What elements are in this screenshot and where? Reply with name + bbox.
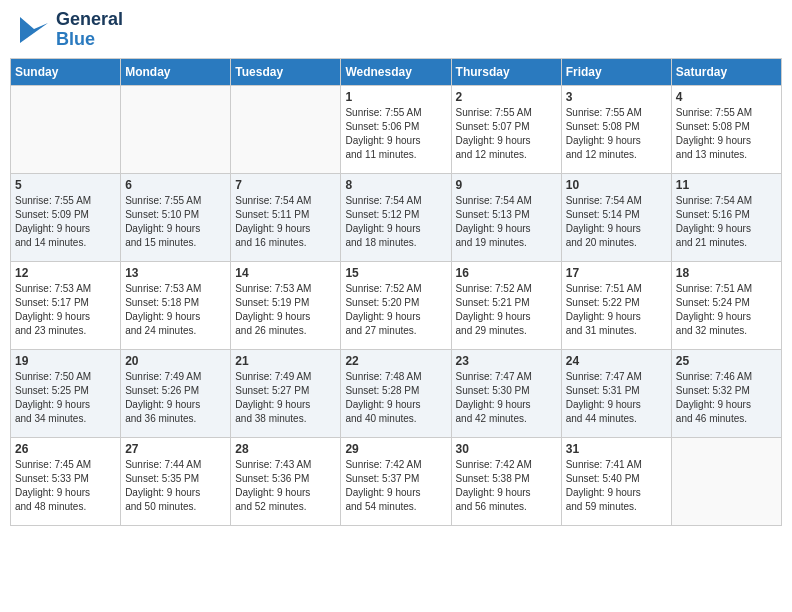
day-info: Sunrise: 7:44 AM Sunset: 5:35 PM Dayligh… — [125, 458, 226, 514]
day-number: 14 — [235, 266, 336, 280]
day-info: Sunrise: 7:47 AM Sunset: 5:30 PM Dayligh… — [456, 370, 557, 426]
day-number: 29 — [345, 442, 446, 456]
day-number: 17 — [566, 266, 667, 280]
calendar-cell: 5Sunrise: 7:55 AM Sunset: 5:09 PM Daylig… — [11, 173, 121, 261]
calendar-cell: 18Sunrise: 7:51 AM Sunset: 5:24 PM Dayli… — [671, 261, 781, 349]
calendar-cell: 9Sunrise: 7:54 AM Sunset: 5:13 PM Daylig… — [451, 173, 561, 261]
calendar-cell: 27Sunrise: 7:44 AM Sunset: 5:35 PM Dayli… — [121, 437, 231, 525]
day-info: Sunrise: 7:43 AM Sunset: 5:36 PM Dayligh… — [235, 458, 336, 514]
day-number: 27 — [125, 442, 226, 456]
day-number: 19 — [15, 354, 116, 368]
day-number: 3 — [566, 90, 667, 104]
day-number: 2 — [456, 90, 557, 104]
day-info: Sunrise: 7:53 AM Sunset: 5:17 PM Dayligh… — [15, 282, 116, 338]
day-number: 28 — [235, 442, 336, 456]
calendar-cell: 21Sunrise: 7:49 AM Sunset: 5:27 PM Dayli… — [231, 349, 341, 437]
day-info: Sunrise: 7:54 AM Sunset: 5:16 PM Dayligh… — [676, 194, 777, 250]
calendar-cell: 30Sunrise: 7:42 AM Sunset: 5:38 PM Dayli… — [451, 437, 561, 525]
day-number: 21 — [235, 354, 336, 368]
day-number: 30 — [456, 442, 557, 456]
day-info: Sunrise: 7:54 AM Sunset: 5:12 PM Dayligh… — [345, 194, 446, 250]
day-number: 16 — [456, 266, 557, 280]
calendar-cell: 2Sunrise: 7:55 AM Sunset: 5:07 PM Daylig… — [451, 85, 561, 173]
logo: General Blue — [14, 10, 123, 50]
day-number: 11 — [676, 178, 777, 192]
day-info: Sunrise: 7:49 AM Sunset: 5:26 PM Dayligh… — [125, 370, 226, 426]
day-info: Sunrise: 7:41 AM Sunset: 5:40 PM Dayligh… — [566, 458, 667, 514]
logo-text: General Blue — [56, 10, 123, 50]
calendar-cell: 13Sunrise: 7:53 AM Sunset: 5:18 PM Dayli… — [121, 261, 231, 349]
day-info: Sunrise: 7:55 AM Sunset: 5:08 PM Dayligh… — [676, 106, 777, 162]
day-number: 9 — [456, 178, 557, 192]
day-info: Sunrise: 7:55 AM Sunset: 5:10 PM Dayligh… — [125, 194, 226, 250]
day-info: Sunrise: 7:47 AM Sunset: 5:31 PM Dayligh… — [566, 370, 667, 426]
calendar-cell: 26Sunrise: 7:45 AM Sunset: 5:33 PM Dayli… — [11, 437, 121, 525]
calendar-cell: 23Sunrise: 7:47 AM Sunset: 5:30 PM Dayli… — [451, 349, 561, 437]
day-number: 12 — [15, 266, 116, 280]
day-info: Sunrise: 7:48 AM Sunset: 5:28 PM Dayligh… — [345, 370, 446, 426]
day-header-monday: Monday — [121, 58, 231, 85]
day-header-thursday: Thursday — [451, 58, 561, 85]
day-number: 23 — [456, 354, 557, 368]
calendar-cell: 29Sunrise: 7:42 AM Sunset: 5:37 PM Dayli… — [341, 437, 451, 525]
calendar-cell: 25Sunrise: 7:46 AM Sunset: 5:32 PM Dayli… — [671, 349, 781, 437]
day-number: 5 — [15, 178, 116, 192]
calendar-cell: 15Sunrise: 7:52 AM Sunset: 5:20 PM Dayli… — [341, 261, 451, 349]
day-info: Sunrise: 7:51 AM Sunset: 5:22 PM Dayligh… — [566, 282, 667, 338]
calendar-cell: 1Sunrise: 7:55 AM Sunset: 5:06 PM Daylig… — [341, 85, 451, 173]
day-number: 26 — [15, 442, 116, 456]
calendar-cell — [11, 85, 121, 173]
calendar-week-1: 1Sunrise: 7:55 AM Sunset: 5:06 PM Daylig… — [11, 85, 782, 173]
calendar-cell — [231, 85, 341, 173]
calendar-cell: 10Sunrise: 7:54 AM Sunset: 5:14 PM Dayli… — [561, 173, 671, 261]
day-info: Sunrise: 7:54 AM Sunset: 5:11 PM Dayligh… — [235, 194, 336, 250]
calendar-cell — [671, 437, 781, 525]
calendar-table: SundayMondayTuesdayWednesdayThursdayFrid… — [10, 58, 782, 526]
day-number: 31 — [566, 442, 667, 456]
day-number: 6 — [125, 178, 226, 192]
day-info: Sunrise: 7:54 AM Sunset: 5:14 PM Dayligh… — [566, 194, 667, 250]
day-number: 20 — [125, 354, 226, 368]
day-info: Sunrise: 7:52 AM Sunset: 5:21 PM Dayligh… — [456, 282, 557, 338]
day-header-tuesday: Tuesday — [231, 58, 341, 85]
day-number: 13 — [125, 266, 226, 280]
day-number: 18 — [676, 266, 777, 280]
calendar-week-5: 26Sunrise: 7:45 AM Sunset: 5:33 PM Dayli… — [11, 437, 782, 525]
day-header-friday: Friday — [561, 58, 671, 85]
day-info: Sunrise: 7:46 AM Sunset: 5:32 PM Dayligh… — [676, 370, 777, 426]
day-number: 7 — [235, 178, 336, 192]
day-number: 24 — [566, 354, 667, 368]
day-number: 22 — [345, 354, 446, 368]
day-info: Sunrise: 7:42 AM Sunset: 5:38 PM Dayligh… — [456, 458, 557, 514]
day-header-sunday: Sunday — [11, 58, 121, 85]
day-info: Sunrise: 7:53 AM Sunset: 5:18 PM Dayligh… — [125, 282, 226, 338]
calendar-cell: 31Sunrise: 7:41 AM Sunset: 5:40 PM Dayli… — [561, 437, 671, 525]
calendar-cell: 3Sunrise: 7:55 AM Sunset: 5:08 PM Daylig… — [561, 85, 671, 173]
calendar-week-3: 12Sunrise: 7:53 AM Sunset: 5:17 PM Dayli… — [11, 261, 782, 349]
day-info: Sunrise: 7:55 AM Sunset: 5:08 PM Dayligh… — [566, 106, 667, 162]
calendar-cell: 20Sunrise: 7:49 AM Sunset: 5:26 PM Dayli… — [121, 349, 231, 437]
day-header-wednesday: Wednesday — [341, 58, 451, 85]
calendar-cell: 16Sunrise: 7:52 AM Sunset: 5:21 PM Dayli… — [451, 261, 561, 349]
day-info: Sunrise: 7:51 AM Sunset: 5:24 PM Dayligh… — [676, 282, 777, 338]
day-info: Sunrise: 7:53 AM Sunset: 5:19 PM Dayligh… — [235, 282, 336, 338]
calendar-cell: 24Sunrise: 7:47 AM Sunset: 5:31 PM Dayli… — [561, 349, 671, 437]
day-info: Sunrise: 7:55 AM Sunset: 5:06 PM Dayligh… — [345, 106, 446, 162]
calendar-week-2: 5Sunrise: 7:55 AM Sunset: 5:09 PM Daylig… — [11, 173, 782, 261]
day-info: Sunrise: 7:54 AM Sunset: 5:13 PM Dayligh… — [456, 194, 557, 250]
day-number: 1 — [345, 90, 446, 104]
calendar-cell: 11Sunrise: 7:54 AM Sunset: 5:16 PM Dayli… — [671, 173, 781, 261]
day-info: Sunrise: 7:49 AM Sunset: 5:27 PM Dayligh… — [235, 370, 336, 426]
page-header: General Blue — [10, 10, 782, 50]
day-info: Sunrise: 7:45 AM Sunset: 5:33 PM Dayligh… — [15, 458, 116, 514]
calendar-cell — [121, 85, 231, 173]
day-number: 4 — [676, 90, 777, 104]
day-number: 15 — [345, 266, 446, 280]
day-header-saturday: Saturday — [671, 58, 781, 85]
day-number: 10 — [566, 178, 667, 192]
day-info: Sunrise: 7:55 AM Sunset: 5:07 PM Dayligh… — [456, 106, 557, 162]
calendar-cell: 19Sunrise: 7:50 AM Sunset: 5:25 PM Dayli… — [11, 349, 121, 437]
day-info: Sunrise: 7:55 AM Sunset: 5:09 PM Dayligh… — [15, 194, 116, 250]
calendar-header: SundayMondayTuesdayWednesdayThursdayFrid… — [11, 58, 782, 85]
calendar-cell: 7Sunrise: 7:54 AM Sunset: 5:11 PM Daylig… — [231, 173, 341, 261]
